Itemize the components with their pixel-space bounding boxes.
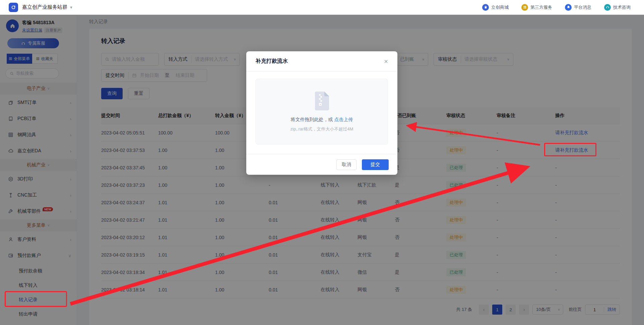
nav-link-label: 平台消息 (574, 4, 591, 10)
nav-messages-link[interactable]: 平台消息 (565, 4, 591, 11)
modal-footer: 取消 提交 (246, 154, 397, 175)
site-title: 嘉立创产业服务站群 (22, 4, 67, 10)
click-upload-link[interactable]: 点击上传 (334, 117, 353, 122)
jlc-logo-icon (9, 3, 18, 12)
top-navbar: 嘉立创产业服务站群 ▼ 立创商城 第三方服务 平台消息 技术咨询 (0, 0, 644, 15)
zip-file-icon (314, 91, 330, 111)
navbar-links: 立创商城 第三方服务 平台消息 技术咨询 (482, 4, 631, 11)
third-party-icon (521, 4, 528, 11)
nav-support-link[interactable]: 技术咨询 (604, 4, 631, 11)
mall-icon (482, 4, 489, 11)
nav-third-party-link[interactable]: 第三方服务 (521, 4, 552, 11)
headset-icon (604, 4, 611, 11)
nav-mall-link[interactable]: 立创商城 (482, 4, 509, 11)
file-format-hint: zip,.rar格式，文件大小不超过4M (291, 126, 353, 132)
cancel-button[interactable]: 取消 (336, 159, 357, 170)
file-dropzone[interactable]: 将文件拖到此处，或 点击上传 zip,.rar格式，文件大小不超过4M (256, 79, 388, 145)
modal-title: 补充打款流水 (256, 58, 288, 65)
nav-link-label: 技术咨询 (613, 4, 631, 10)
close-icon[interactable]: × (384, 58, 388, 65)
bell-icon (565, 4, 572, 11)
site-switch-caret-icon[interactable]: ▼ (69, 5, 73, 9)
drop-instruction: 将文件拖到此处，或 点击上传 (291, 117, 353, 123)
modal-header: 补充打款流水 × (246, 51, 397, 71)
nav-link-label: 立创商城 (491, 4, 509, 10)
drop-text: 将文件拖到此处，或 (291, 117, 333, 122)
nav-link-label: 第三方服务 (530, 4, 552, 10)
supplement-payment-modal: 补充打款流水 × 将文件拖到此处，或 点击上传 zip,.rar格式，文件大小不… (246, 51, 397, 175)
submit-button[interactable]: 提交 (362, 159, 389, 170)
